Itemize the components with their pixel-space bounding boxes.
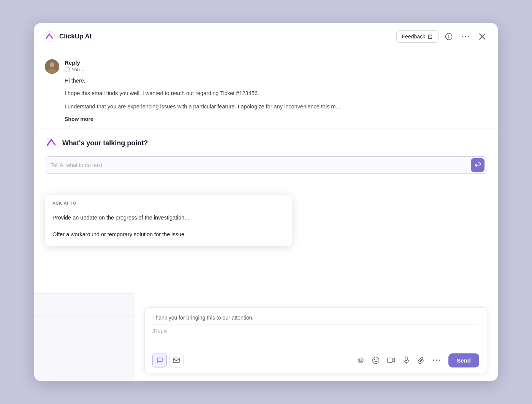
chevron-down-icon[interactable]: ⌄	[81, 67, 84, 72]
email-icon	[173, 358, 180, 363]
svg-point-6	[50, 62, 54, 67]
info-button[interactable]	[442, 30, 455, 43]
send-button[interactable]: Send	[448, 353, 479, 367]
header-actions: Feedback	[396, 30, 489, 43]
emoji-icon	[372, 356, 380, 364]
svg-rect-13	[388, 358, 392, 363]
recipient-label: You	[71, 67, 80, 72]
user-avatar-image	[45, 59, 59, 74]
attachment-button[interactable]	[415, 354, 428, 367]
feedback-label: Feedback	[402, 33, 425, 40]
attachment-icon	[418, 356, 425, 364]
ai-question-text: What's your talking point?	[62, 139, 148, 147]
external-link-icon	[428, 34, 433, 39]
avatar	[45, 59, 59, 74]
svg-point-16	[433, 359, 435, 361]
ai-text-input[interactable]	[51, 157, 471, 173]
return-icon	[474, 162, 481, 169]
more-options-button[interactable]	[459, 30, 472, 43]
ai-modal: ClickUp AI Feedback	[34, 23, 498, 381]
ai-submit-button[interactable]	[471, 158, 484, 172]
svg-point-12	[377, 359, 377, 360]
comment-tab-button[interactable]	[152, 353, 167, 367]
clickup-logo-icon	[43, 30, 55, 43]
video-button[interactable]	[385, 354, 397, 367]
more-toolbar-button[interactable]	[430, 354, 443, 367]
svg-point-0	[44, 31, 55, 42]
recipient-icon	[65, 67, 70, 72]
ai-suggestions-dropdown: ASK AI TO Provide an update on the progr…	[45, 195, 292, 246]
left-panel-background	[34, 293, 135, 381]
email-paragraph-1: I hope this email finds you well. I want…	[65, 89, 487, 98]
ai-input-wrapper	[45, 156, 487, 174]
panel-row-2	[34, 317, 135, 339]
svg-point-18	[439, 359, 441, 361]
ai-section: What's your talking point?	[34, 129, 498, 180]
app-title: ClickUp AI	[59, 33, 91, 40]
video-icon	[387, 358, 395, 363]
svg-point-11	[374, 359, 375, 360]
email-tab-button[interactable]	[169, 353, 184, 367]
reply-to-row: You ⌄	[65, 67, 84, 72]
modal-header: ClickUp AI Feedback	[34, 23, 498, 50]
reply-header: Reply You ⌄	[45, 59, 487, 74]
reply-editor-panel: Thank you for bringing this to our atten…	[144, 307, 487, 373]
email-greeting: Hi there,	[65, 78, 487, 84]
show-more-button[interactable]: Show more	[65, 116, 93, 122]
ai-logo-icon	[45, 137, 58, 150]
mic-button[interactable]	[400, 354, 413, 367]
dropdown-section-label: ASK AI TO	[45, 201, 292, 209]
app-logo: ClickUp AI	[43, 30, 91, 43]
panel-row-1	[34, 294, 135, 317]
modal-body: Reply You ⌄ Hi there, I hope this email …	[34, 50, 498, 381]
feedback-button[interactable]: Feedback	[396, 30, 439, 43]
close-button[interactable]	[476, 30, 489, 43]
more-horizontal-icon	[433, 359, 440, 361]
reply-slash-command: /Reply	[152, 328, 479, 334]
mention-button[interactable]: @	[354, 354, 367, 367]
thank-you-text: Thank you for bringing this to our atten…	[152, 315, 253, 321]
mic-icon	[404, 356, 409, 364]
close-icon	[479, 33, 486, 40]
email-body: Hi there, I hope this email finds you we…	[45, 78, 487, 122]
ellipsis-icon	[462, 36, 469, 37]
dropdown-item-1[interactable]: Provide an update on the progress of the…	[45, 209, 292, 226]
email-section: Reply You ⌄ Hi there, I hope this email …	[34, 50, 498, 129]
svg-point-2	[462, 36, 463, 37]
ai-question-row: What's your talking point?	[45, 137, 487, 150]
info-icon	[445, 33, 453, 40]
email-paragraph-2: I understand that you are experiencing i…	[65, 102, 487, 111]
background-thank-you: Thank you for bringing this to our atten…	[152, 315, 479, 325]
emoji-button[interactable]	[369, 354, 382, 367]
svg-rect-9	[173, 358, 179, 363]
comment-icon	[156, 357, 163, 364]
svg-rect-14	[405, 357, 407, 361]
reply-label: Reply	[65, 59, 84, 66]
svg-point-3	[465, 36, 466, 37]
reply-toolbar: @	[152, 353, 479, 367]
svg-point-17	[436, 359, 438, 361]
svg-point-10	[373, 357, 379, 364]
dropdown-item-2[interactable]: Offer a workaround or temporary solution…	[45, 226, 292, 243]
reply-meta: Reply You ⌄	[65, 59, 84, 72]
svg-point-4	[468, 36, 469, 37]
